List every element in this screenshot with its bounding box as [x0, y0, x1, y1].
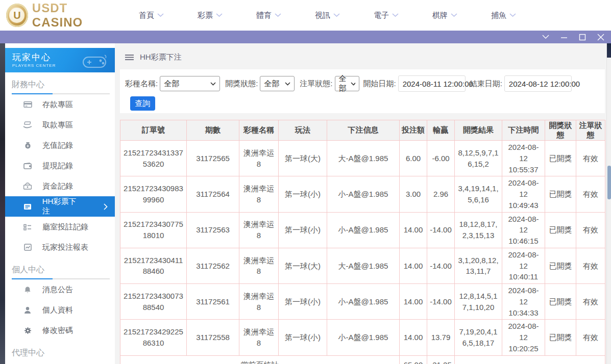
- sidebar-item-change-password[interactable]: 修改密碼: [5, 320, 115, 341]
- sidebar-item-fund-records[interactable]: 資金記錄: [5, 176, 115, 196]
- end-date-input[interactable]: 2024-08-12 12:00:00: [504, 75, 572, 92]
- chevron-down-icon: [157, 13, 164, 17]
- cell-draw-result: 7,19,20,4,16,5,18,17: [455, 320, 502, 355]
- wallet-icon: [23, 163, 32, 169]
- chevron-down-icon: [333, 13, 340, 17]
- start-date-input[interactable]: 2024-08-11 12:00:00: [398, 75, 466, 92]
- cell-bet-info: 小-A盤@1.985: [327, 176, 400, 212]
- sidebar-item-label: 資金記錄: [42, 181, 73, 191]
- sidebar-item-deposit[interactable]: 存款專區: [5, 94, 115, 115]
- scrollbar-thumb[interactable]: [607, 166, 611, 199]
- chevron-down-icon: [509, 13, 516, 17]
- window-titlebar: [0, 31, 611, 43]
- draw-status-select[interactable]: 全部: [260, 76, 295, 91]
- window-collapse-button[interactable]: [542, 33, 550, 41]
- cell-win-loss: -14.00: [427, 248, 455, 283]
- sidebar-item-label: 玩家投注報表: [42, 243, 88, 252]
- window-minimize-button[interactable]: [560, 33, 568, 41]
- col-order-status: 注單狀態: [576, 120, 605, 141]
- bell-icon: [23, 286, 32, 294]
- sidebar-section-agent: 代理中心: [5, 341, 115, 361]
- table-row: 2152172343098399960 31172564 澳洲幸运8 第一球(小…: [120, 176, 605, 212]
- hamburger-icon[interactable]: [125, 54, 134, 61]
- nav-item-home[interactable]: 首頁: [139, 11, 164, 20]
- scrollbar-track[interactable]: [606, 43, 611, 364]
- hand-money-icon: [23, 121, 32, 128]
- cell-bet-info: 大-A盤@1.985: [327, 248, 400, 283]
- report-icon: [23, 244, 32, 251]
- section-underline: [12, 93, 110, 94]
- sidebar-item-withdraw[interactable]: 取款專區: [5, 115, 115, 135]
- cell-draw-status: 已開獎: [545, 248, 576, 283]
- cell-lottery-name: 澳洲幸运8: [239, 141, 279, 176]
- cell-lottery-name: 澳洲幸运8: [239, 248, 279, 283]
- order-status-select[interactable]: 全部: [335, 76, 359, 91]
- nav-item-cards[interactable]: 棋牌: [432, 11, 457, 20]
- sidebar-item-recharge-records[interactable]: 充值記錄: [5, 135, 115, 155]
- main-content: HH彩票下注 彩種名稱: 全部 開獎狀態: 全部 注單狀態: 全部: [115, 43, 606, 364]
- col-order-no: 訂單號: [120, 120, 187, 141]
- sidebar-item-label: 提現記錄: [42, 161, 73, 171]
- nav-item-lottery[interactable]: 彩票: [198, 11, 223, 20]
- sidebar-item-room-bet-records[interactable]: 廳室投註記錄: [5, 217, 115, 237]
- sidebar-header: 玩家中心 PLAYERS CENTER: [5, 48, 115, 72]
- window-maximize-button[interactable]: [578, 33, 586, 41]
- sidebar-item-label: 取款專區: [42, 120, 73, 130]
- cell-order-no: 2152172343007388540: [120, 284, 187, 320]
- cell-draw-result: 8,12,5,9,7,16,15,2: [455, 141, 502, 176]
- table-row: 2152172342922586310 31172558 澳洲幸运8 第一球(小…: [120, 320, 605, 355]
- lottery-name-label: 彩種名稱:: [125, 79, 158, 89]
- cell-bet-time: 2024-08-12 10:20:25: [502, 320, 545, 355]
- end-date-value: 2024-08-12 12:00:00: [509, 80, 580, 88]
- cell-order-status: 有效: [576, 176, 605, 212]
- chevron-down-icon: [451, 13, 457, 17]
- draw-status-label: 開獎狀態:: [225, 79, 258, 89]
- background-banner-corner: [607, 43, 611, 58]
- table-header-row: 訂單號 期數 彩種名稱 玩法 下注信息 投注額 輸贏 開獎結果 下注時間 開獎狀…: [120, 120, 605, 141]
- chevron-down-icon: [210, 82, 216, 86]
- cell-bet-amount: 14.00: [400, 284, 427, 320]
- sidebar-item-hh-lottery-bets[interactable]: HH彩票下注: [5, 196, 115, 217]
- lottery-name-select[interactable]: 全部: [160, 76, 220, 91]
- sidebar-item-player-bet-report[interactable]: 玩家投注報表: [5, 237, 115, 257]
- purse-icon: [23, 183, 32, 190]
- sidebar-section-finance: 財務中心: [5, 72, 115, 93]
- cell-draw-result: 3,4,19,14,1,5,6,16: [455, 176, 502, 212]
- cell-draw-status: 已開獎: [545, 141, 576, 176]
- person-icon: [23, 306, 32, 314]
- summary-bet-total: 65.00: [400, 355, 427, 364]
- cell-bet-amount: 14.00: [400, 212, 427, 248]
- cell-order-no: 2152172342922586310: [120, 320, 187, 355]
- cell-order-status: 有效: [576, 212, 605, 248]
- logo-monogram: U: [9, 8, 25, 23]
- cell-bet-info: 小-A盤@1.985: [327, 212, 400, 248]
- sidebar-item-withdrawal-records[interactable]: 提現記錄: [5, 155, 115, 176]
- gear-icon: [23, 327, 32, 334]
- sidebar-item-profile[interactable]: 個人資料: [5, 300, 115, 320]
- sidebar-item-label: 充值記錄: [42, 141, 73, 150]
- cell-bet-amount: 3.00: [400, 176, 427, 212]
- site-logo[interactable]: U USDT CASINO: [6, 1, 116, 30]
- gamepad-icon: [80, 53, 109, 70]
- cell-win-loss: -14.00: [427, 212, 455, 248]
- card-icon: [23, 101, 32, 108]
- current-page-summary-row: 當前頁統計 65.00 -31.25: [120, 355, 605, 364]
- cell-play-type: 第一球(小): [279, 320, 327, 355]
- cell-play-type: 第一球(大): [279, 141, 327, 176]
- cell-order-no: 2152172343133753620: [120, 141, 187, 176]
- chevron-down-icon: [216, 13, 223, 17]
- search-button[interactable]: 查詢: [130, 96, 155, 111]
- nav-item-fishing[interactable]: 捕魚: [491, 11, 516, 20]
- cell-order-no: 2152172343098399960: [120, 176, 187, 212]
- nav-item-slots[interactable]: 電子: [374, 11, 399, 20]
- cell-bet-amount: 6.00: [400, 141, 427, 176]
- nav-item-sports[interactable]: 體育: [256, 11, 281, 20]
- sidebar-item-announcements[interactable]: 消息公告: [5, 279, 115, 300]
- nav-label: 體育: [256, 11, 272, 20]
- order-status-label: 注單狀態:: [300, 79, 332, 89]
- nav-item-live[interactable]: 視訊: [315, 11, 340, 20]
- start-date-value: 2024-08-11 12:00:00: [403, 80, 473, 88]
- window-close-button[interactable]: [597, 33, 605, 41]
- table-row: 2152172343077518010 31172563 澳洲幸运8 第一球(小…: [120, 212, 605, 248]
- cell-play-type: 第一球(大): [279, 248, 327, 283]
